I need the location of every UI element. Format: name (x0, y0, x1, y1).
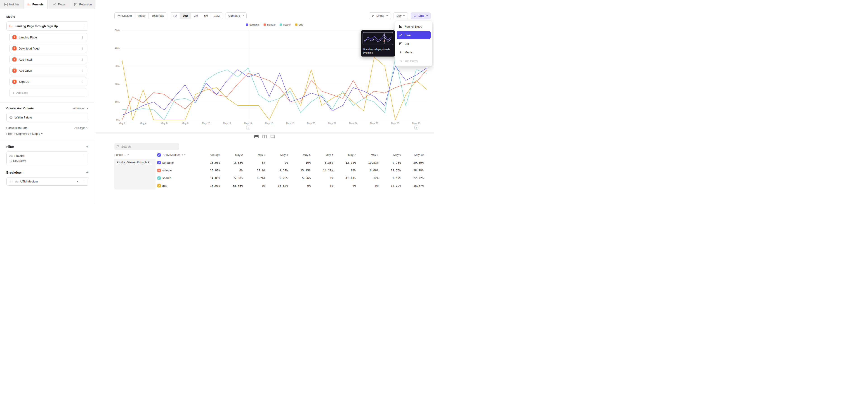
funnel-icon (9, 24, 13, 28)
conversion-window-card[interactable]: Within 7 days (6, 113, 88, 122)
add-filter-button[interactable]: + (86, 145, 88, 149)
legend-item-sidebar[interactable]: sidebar (264, 23, 276, 26)
legend-item-ads[interactable]: ads (295, 23, 303, 26)
chart-type-button[interactable]: Line (411, 12, 431, 19)
all-steps-dropdown[interactable]: All Steps (74, 126, 88, 130)
search-input[interactable] (121, 145, 177, 148)
insights-icon (4, 3, 8, 6)
table-cell: 16.67% (266, 182, 288, 189)
legend-swatch (264, 24, 266, 26)
funnel-group-cell[interactable]: Product Viewed through P... (114, 159, 156, 189)
legend-item-organic[interactable]: $organic (246, 23, 259, 26)
svg-text:0%: 0% (116, 119, 120, 121)
range-7d-button[interactable]: 7D (170, 13, 180, 19)
range-30d-button[interactable]: 30D (180, 13, 191, 19)
table-cell: 22.22% (401, 174, 424, 182)
tab-insights[interactable]: Insights (0, 0, 24, 9)
tab-retention[interactable]: Retention (71, 0, 95, 9)
add-step-button[interactable]: + Add Step (9, 88, 87, 97)
compare-button[interactable]: Compare (225, 12, 247, 19)
step-label: App Install (19, 58, 33, 61)
kebab-menu-icon[interactable]: ⋮ (81, 47, 84, 50)
layout-columns-button[interactable] (261, 134, 268, 139)
svg-text:May 14: May 14 (244, 122, 252, 125)
table-cell: 16.67% (401, 182, 424, 189)
kebab-menu-icon[interactable]: ⋮ (83, 180, 86, 183)
tab-funnels[interactable]: Funnels (24, 0, 48, 9)
table-cell: 13.91% (193, 182, 221, 189)
menu-item-top-paths: Top Paths (397, 57, 431, 65)
tab-label: Flows (58, 3, 66, 6)
table-row-organic[interactable]: $organic (157, 159, 193, 166)
kebab-menu-icon[interactable]: ⋮ (83, 25, 86, 28)
table-row-sidebar[interactable]: sidebar (157, 166, 193, 174)
sidebar-content: Metric Landing Page through Sign Up ⋮ 1L… (0, 9, 95, 186)
yesterday-button[interactable]: Yesterday (148, 13, 167, 19)
advanced-dropdown[interactable]: Advanced (73, 107, 88, 110)
kebab-menu-icon[interactable]: ⋮ (81, 36, 84, 39)
checkbox-checked[interactable] (157, 176, 161, 180)
kebab-menu-icon[interactable]: ⋮ (81, 58, 84, 61)
table-search[interactable] (114, 143, 179, 150)
menu-item-label: Line (405, 33, 411, 37)
table-header-funnel[interactable]: Funnel1 (114, 151, 157, 159)
line-chart-icon (399, 33, 402, 37)
table-row-ads[interactable]: ads (157, 182, 193, 189)
custom-label: Custom (122, 14, 132, 18)
kebab-menu-icon[interactable]: ⋮ (83, 154, 86, 157)
breakdown-section-label: Breakdown (6, 171, 23, 174)
tab-flows[interactable]: Flows (48, 0, 71, 9)
chart-toolbar: Custom Today Yesterday 7D30D3M6M12M Comp… (114, 12, 431, 19)
range-12m-button[interactable]: 12M (211, 13, 222, 19)
range-6m-button[interactable]: 6M (201, 13, 211, 19)
funnel-step-landing-page[interactable]: 1Landing Page⋮ (9, 33, 87, 42)
breakdown-utm-card[interactable]: ⋮⋮ Aa UTM Medium × ⋮ (6, 177, 88, 186)
funnel-step-download-page[interactable]: 2Download Page⋮ (9, 44, 87, 53)
svg-text:May 20: May 20 (307, 122, 315, 125)
funnel-step-app-install[interactable]: 3App Install⋮ (9, 55, 87, 64)
menu-item-label: Bar (405, 42, 409, 45)
linear-scale-button[interactable]: Linear (369, 12, 391, 19)
table-cell: 16.03% (193, 159, 221, 166)
table-cell: 0% (334, 182, 356, 189)
layout-bottom-button[interactable] (270, 134, 276, 139)
column-header-may-3: May 3 (243, 151, 266, 159)
checkbox-checked[interactable] (157, 184, 161, 187)
legend-item-search[interactable]: search (280, 23, 291, 26)
custom-date-button[interactable]: Custom (115, 13, 135, 19)
divider (0, 102, 95, 102)
menu-item-bar[interactable]: Bar (397, 39, 431, 48)
remove-breakdown-icon[interactable]: × (76, 180, 79, 183)
funnel-step-sign-up[interactable]: 5Sign Up⋮ (9, 77, 87, 86)
checkbox-checked[interactable] (157, 161, 161, 164)
kebab-menu-icon[interactable]: ⋮ (81, 69, 84, 72)
svg-text:May 2: May 2 (119, 122, 125, 125)
table-row-search[interactable]: search (157, 174, 193, 182)
table-header-group[interactable]: UTM Medium4 (157, 151, 193, 159)
breakdown-table: Funnel1UTM Medium4AverageMay 2May 3May 4… (114, 151, 434, 189)
kebab-menu-icon[interactable]: ⋮ (81, 80, 84, 83)
filter-value[interactable]: iOS Native (13, 159, 26, 163)
interval-day-button[interactable]: Day (394, 12, 408, 19)
table-cell: 2.63% (221, 159, 243, 166)
tab-label: Retention (79, 3, 92, 6)
checkbox-checked[interactable] (157, 153, 161, 157)
range-3m-button[interactable]: 3M (191, 13, 201, 19)
menu-item-funnel-steps[interactable]: Funnel Steps (397, 22, 431, 31)
layout-rows-button[interactable] (253, 134, 259, 139)
menu-item-metric[interactable]: #Metric (397, 48, 431, 56)
filter-section-label: Filter (6, 145, 14, 149)
filter-segment-toggle[interactable]: Filter + Segment on Step 1 (6, 132, 88, 135)
date-preset-group: Custom Today Yesterday (114, 12, 167, 19)
table-cell: 12% (356, 174, 379, 182)
add-breakdown-button[interactable]: + (86, 170, 88, 175)
menu-item-line[interactable]: Line (397, 31, 431, 39)
today-button[interactable]: Today (135, 13, 148, 19)
funnel-step-app-open[interactable]: 4App Open⋮ (9, 66, 87, 75)
step-number-badge: 3 (12, 57, 17, 62)
legend-swatch (280, 24, 282, 26)
filter-platform-card[interactable]: Aa Platform ⋮ Is iOS Native (6, 152, 88, 165)
checkbox-checked[interactable] (157, 169, 161, 172)
funnel-title-card[interactable]: Landing Page through Sign Up ⋮ (6, 22, 88, 31)
drag-handle-icon[interactable]: ⋮⋮ (9, 180, 13, 183)
